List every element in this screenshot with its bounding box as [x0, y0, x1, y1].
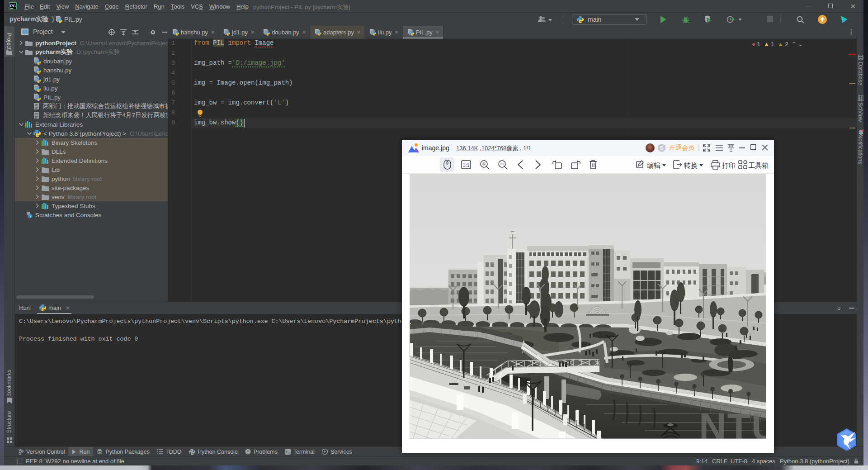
svg-text:NTU: NTU: [699, 405, 766, 439]
svg-text:1:1: 1:1: [462, 162, 469, 168]
svg-text:S: S: [660, 145, 663, 151]
